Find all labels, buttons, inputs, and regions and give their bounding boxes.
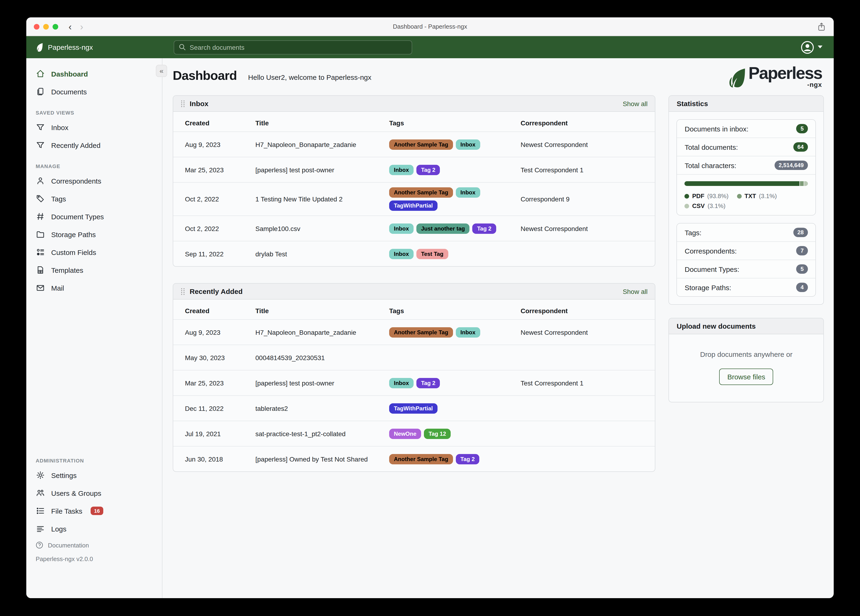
template-icon xyxy=(36,266,45,274)
sidebar-item-users-groups[interactable]: Users & Groups xyxy=(26,484,162,502)
stat-value-badge: 4 xyxy=(796,283,808,292)
widget-title-wrap: Recently Added xyxy=(181,288,243,295)
statistics-group-documents: Documents in inbox:5Total documents:64To… xyxy=(677,119,816,216)
table-row[interactable]: Jul 19, 2021sat-practice-test-1_pt2-coll… xyxy=(173,421,655,446)
table-row[interactable]: Aug 9, 2023H7_Napoleon_Bonaparte_zadanie… xyxy=(173,132,655,157)
sidebar-item-document-types[interactable]: Document Types xyxy=(26,207,162,225)
filter-icon xyxy=(36,123,45,132)
cell-tags: Another Sample TagInbox xyxy=(389,322,521,342)
tag-list: InboxTest Tag xyxy=(389,249,516,259)
browse-files-button[interactable]: Browse files xyxy=(719,369,774,385)
show-all-link[interactable]: Show all xyxy=(623,100,648,107)
legend-label: PDF xyxy=(692,193,705,200)
tag-tag-2[interactable]: Tag 2 xyxy=(472,223,496,234)
cell-title: tablerates2 xyxy=(255,400,389,417)
sidebar-item-label: Dashboard xyxy=(51,70,88,78)
widget-inbox: InboxShow allCreatedTitleTagsCorresponde… xyxy=(173,96,656,267)
filter-icon xyxy=(36,141,45,149)
sidebar-item-inbox[interactable]: Inbox xyxy=(26,118,162,136)
tag-just-another-tag[interactable]: Just another tag xyxy=(416,223,470,234)
tag-list: Another Sample TagInbox xyxy=(389,140,516,150)
legend-pct: (3.1%) xyxy=(708,203,725,210)
tag-inbox[interactable]: Inbox xyxy=(389,378,414,388)
cell-correspondent xyxy=(521,404,643,413)
drag-grip-icon[interactable] xyxy=(181,100,185,107)
tag-another-sample-tag[interactable]: Another Sample Tag xyxy=(389,454,453,464)
users-icon xyxy=(36,489,45,497)
tag-inbox[interactable]: Inbox xyxy=(389,223,414,234)
stage: Dashboard - Paperless-ngx ‹ › xyxy=(0,0,860,616)
sidebar-item-file-tasks[interactable]: File Tasks16 xyxy=(26,502,162,520)
drag-grip-icon[interactable] xyxy=(181,288,185,295)
tag-tagwithpartial[interactable]: TagWithPartial xyxy=(389,201,438,211)
content: « DashboardDocumentsSAVED VIEWSInboxRece… xyxy=(26,58,834,598)
show-all-link[interactable]: Show all xyxy=(623,288,648,295)
stat-label: Storage Paths: xyxy=(685,284,731,292)
cell-correspondent: Test Correspondent 1 xyxy=(521,375,643,391)
tag-tagwithpartial[interactable]: TagWithPartial xyxy=(389,403,438,414)
upload-card: Upload new documents Drop documents anyw… xyxy=(669,318,824,402)
stat-row-total-characters: Total characters:2,514,649 xyxy=(677,156,815,174)
sidebar-item-logs[interactable]: Logs xyxy=(26,520,162,537)
collapse-sidebar-icon[interactable]: « xyxy=(156,65,167,77)
cell-created: Aug 9, 2023 xyxy=(185,324,255,341)
tag-another-sample-tag[interactable]: Another Sample Tag xyxy=(389,188,453,198)
sidebar: « DashboardDocumentsSAVED VIEWSInboxRece… xyxy=(26,58,162,598)
stat-row-storage-paths: Storage Paths:4 xyxy=(677,278,815,297)
table-row[interactable]: Jun 30, 2018[paperless] Owned by Test No… xyxy=(173,446,655,471)
upload-title: Upload new documents xyxy=(677,322,756,330)
cell-title: H7_Napoleon_Bonaparte_zadanie xyxy=(255,136,389,153)
sidebar-item-templates[interactable]: Templates xyxy=(26,261,162,279)
tag-inbox[interactable]: Inbox xyxy=(389,165,414,175)
table-row[interactable]: May 30, 20230004814539_20230531 xyxy=(173,345,655,370)
tag-tag-2[interactable]: Tag 2 xyxy=(416,165,440,175)
sidebar-item-documents[interactable]: Documents xyxy=(26,83,162,101)
sidebar-item-recently-added[interactable]: Recently Added xyxy=(26,136,162,154)
tag-another-sample-tag[interactable]: Another Sample Tag xyxy=(389,140,453,150)
sidebar-item-tags[interactable]: Tags xyxy=(26,190,162,207)
sidebar-item-custom-fields[interactable]: Custom Fields xyxy=(26,243,162,261)
sidebar-item-dashboard[interactable]: Dashboard xyxy=(26,65,162,83)
stat-label: Documents in inbox: xyxy=(685,125,749,133)
sidebar-item-documentation[interactable]: Documentation xyxy=(26,537,162,553)
sidebar-item-label: Correspondents xyxy=(51,177,101,185)
sidebar-item-storage-paths[interactable]: Storage Paths xyxy=(26,225,162,243)
tag-newone[interactable]: NewOne xyxy=(389,429,421,439)
cell-tags: InboxTest Tag xyxy=(389,244,521,264)
table-row[interactable]: Dec 11, 2022tablerates2TagWithPartial xyxy=(173,396,655,421)
table-row[interactable]: Oct 2, 20221 Testing New Title Updated 2… xyxy=(173,182,655,216)
cell-title: 1 Testing New Title Updated 2 xyxy=(255,191,389,208)
tag-inbox[interactable]: Inbox xyxy=(456,188,480,198)
search-box[interactable] xyxy=(174,40,412,54)
tag-test-tag[interactable]: Test Tag xyxy=(416,249,448,259)
user-menu[interactable] xyxy=(801,41,822,54)
tag-tag-2[interactable]: Tag 2 xyxy=(416,378,440,388)
gear-icon xyxy=(36,471,45,479)
search-input[interactable] xyxy=(190,43,407,51)
share-icon[interactable] xyxy=(818,22,825,31)
statistics-header: Statistics xyxy=(669,96,823,112)
tag-tag-12[interactable]: Tag 12 xyxy=(424,429,450,439)
tag-inbox[interactable]: Inbox xyxy=(456,327,480,338)
table-row[interactable]: Oct 2, 2022Sample100.csvInboxJust anothe… xyxy=(173,216,655,241)
column-header-tags: Tags xyxy=(389,307,521,315)
page-title: Dashboard xyxy=(173,69,237,83)
tag-inbox[interactable]: Inbox xyxy=(456,140,480,150)
mail-icon xyxy=(36,284,45,292)
legend-pct: (93.8%) xyxy=(707,193,728,200)
sidebar-item-label: Logs xyxy=(51,525,66,533)
table-row[interactable]: Mar 25, 2023[paperless] test post-ownerI… xyxy=(173,157,655,182)
tag-another-sample-tag[interactable]: Another Sample Tag xyxy=(389,327,453,338)
sidebar-item-label: File Tasks xyxy=(51,507,82,515)
sidebar-item-settings[interactable]: Settings xyxy=(26,466,162,484)
table-row[interactable]: Mar 25, 2023[paperless] test post-ownerI… xyxy=(173,370,655,396)
tag-inbox[interactable]: Inbox xyxy=(389,249,414,259)
brand[interactable]: Paperless-ngx xyxy=(35,42,93,52)
tag-tag-2[interactable]: Tag 2 xyxy=(456,454,480,464)
cell-title: drylab Test xyxy=(255,245,389,262)
sidebar-item-mail[interactable]: Mail xyxy=(26,279,162,297)
sidebar-item-correspondents[interactable]: Correspondents xyxy=(26,172,162,190)
table-row[interactable]: Aug 9, 2023H7_Napoleon_Bonaparte_zadanie… xyxy=(173,319,655,345)
stat-label: Correspondents: xyxy=(685,247,737,255)
table-row[interactable]: Sep 11, 2022drylab TestInboxTest Tag xyxy=(173,241,655,266)
